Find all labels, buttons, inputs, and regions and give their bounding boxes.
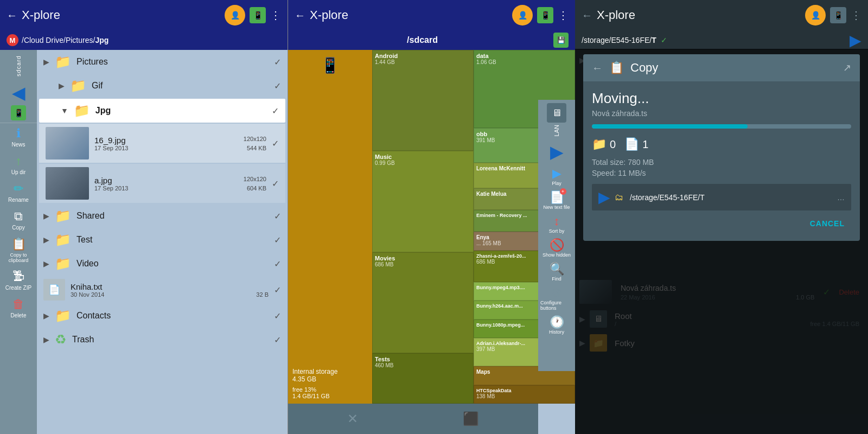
list-item[interactable]: ▶ 📁 Pictures ✓ — [37, 50, 288, 74]
cell-name: HTCSpeakData — [476, 388, 572, 393]
dest-path-text: /storage/E545-16FE/T — [630, 193, 833, 202]
updir-label: Up dir — [11, 169, 26, 175]
back-icon[interactable]: ← — [7, 9, 17, 22]
treemap-storage-label: Internal storage 4.35 GB — [292, 368, 368, 383]
list-item[interactable]: ▶ ♻ Trash ✓ — [37, 328, 288, 352]
treemap-cell-music[interactable]: Music 0.99 GB — [372, 151, 474, 252]
panel2-path-text: /sdcard — [295, 35, 550, 45]
expand-arrow-icon: ▶ — [43, 235, 49, 244]
play-icon: ▶ — [552, 167, 561, 181]
folder-icon: 📁 — [55, 54, 71, 69]
folder-count: 0 — [610, 138, 616, 151]
copy-stats-row: 📁 0 📄 1 — [592, 137, 851, 151]
panel2-main: 📱 Internal storage 4.35 GB free 13% 1.4 … — [288, 50, 575, 404]
lan-monitor-icon[interactable]: 🖥 — [547, 103, 566, 123]
check-icon: ✓ — [274, 235, 281, 245]
more-options-icon[interactable]: ⋮ — [558, 9, 569, 22]
sidebar-delete-btn[interactable]: 🗑 Delete — [0, 294, 37, 322]
file-name: Kniha.txt — [71, 282, 102, 291]
panel2-bottom-bar: ✕ ⬛ — [288, 404, 538, 434]
phone-icon: 📱 — [830, 7, 846, 23]
list-item[interactable]: 📄 Kniha.txt 30 Nov 2014 32 B ✓ — [37, 276, 288, 304]
back-icon[interactable]: ← — [295, 9, 305, 22]
sidebar-history-btn[interactable]: 🕐 History — [538, 313, 575, 337]
folder-name: Gif — [92, 81, 269, 91]
clipboard-icon: 📋 — [11, 237, 26, 251]
copy-destination: ▶ 🗂 /storage/E545-16FE/T … — [592, 184, 851, 210]
cell-name: Tests — [375, 356, 471, 362]
right-arrow-icon[interactable]: ▶ — [548, 139, 566, 164]
folder-icon: 📁 — [55, 256, 71, 271]
folder-icon: 📁 — [55, 232, 71, 247]
right-arrow-icon: ▶ — [850, 31, 861, 49]
sidebar-copy-clipboard-btn[interactable]: 📋 Copy to clipboard — [0, 234, 37, 266]
file-size: 604 KB — [247, 185, 266, 192]
copy-dialog-overlay: ← 📋 Copy ↗ Moving... Nová záhrada.ts 📁 0 — [575, 49, 868, 434]
file-date: 17 Sep 2013 — [94, 145, 128, 151]
sdcard-label: sdcard — [14, 53, 23, 79]
sidebar-sortby-btn[interactable]: ↕ Sort by — [538, 212, 575, 236]
copy-expand-icon[interactable]: ↗ — [843, 62, 851, 74]
copy-label: Copy — [12, 225, 24, 231]
list-item[interactable]: 16_9.jpg 120x120 17 Sep 2013 544 KB ✓ — [39, 124, 285, 163]
sidebar-rename-btn[interactable]: ✏ Rename — [0, 178, 37, 206]
sdcard-arrow-icon[interactable]: ◀ — [12, 82, 25, 103]
folder-count-stat: 📁 0 — [592, 137, 616, 151]
configure-icon: ⚙ — [551, 286, 562, 300]
new-text-icon: 📄+ — [550, 190, 564, 205]
sidebar-createzip-btn[interactable]: 🗜 Create ZIP — [0, 266, 37, 294]
list-item[interactable]: a.jpg 120x120 17 Sep 2013 604 KB ✓ — [39, 164, 285, 203]
close-icon[interactable]: ✕ — [347, 411, 358, 426]
treemap-internal-storage: 📱 Internal storage 4.35 GB free 13% 1.4 … — [288, 50, 372, 404]
panel2-bottom-icon[interactable]: ⬛ — [463, 411, 479, 426]
sidebar-newtext-btn[interactable]: 📄+ New text file — [538, 188, 575, 212]
sidebar-find-btn[interactable]: 🔍 Find — [538, 260, 575, 284]
panel3-title: X-plore — [597, 8, 801, 22]
sidebar-showhidden-btn[interactable]: 🚫 Show hidden — [538, 236, 575, 260]
phone-small-icon: 📱 — [11, 105, 26, 120]
file-size: 544 KB — [247, 145, 266, 151]
more-options-icon[interactable]: ⋮ — [851, 9, 861, 22]
list-item[interactable]: ▶ 📁 Test ✓ — [37, 228, 288, 252]
list-item[interactable]: ▶ 📁 Gif ✓ — [37, 74, 288, 98]
folder-name: Shared — [76, 211, 269, 221]
file-dimensions: 120x120 — [244, 176, 266, 185]
treemap-cell-movies[interactable]: Movies 686 MB — [372, 252, 474, 353]
list-item[interactable]: ▶ 📁 Contacts ✓ — [37, 304, 288, 328]
sidebar-copy-btn[interactable]: ⧉ Copy — [0, 206, 37, 234]
cancel-button[interactable]: CANCEL — [803, 215, 851, 232]
panel1-content: ▶ 📁 Pictures ✓ ▶ 📁 Gif ✓ ▼ 📁 Jpg ✓ 16_9.… — [37, 50, 288, 434]
treemap-cell-htc[interactable]: HTCSpeakData 138 MB — [474, 385, 575, 404]
more-options-icon[interactable]: ⋮ — [270, 9, 281, 22]
treemap[interactable]: 📱 Internal storage 4.35 GB free 13% 1.4 … — [288, 50, 575, 404]
panel1-header: ← X-plore 👤 📱 ⋮ — [0, 0, 288, 30]
list-item[interactable]: ▶ 📁 Video ✓ — [37, 252, 288, 276]
cell-size: 460 MB — [375, 362, 471, 368]
updir-icon: ↑ — [16, 154, 22, 168]
list-item[interactable]: ▼ 📁 Jpg ✓ — [39, 99, 285, 123]
sidebar-updir-btn[interactable]: ↑ Up dir — [0, 151, 37, 178]
panel3-path-bar: /storage/E545-16FE/ T ✓ ▶ — [575, 30, 868, 50]
sidebar-configure-btn[interactable]: ⚙ Configure buttons — [538, 284, 575, 313]
treemap-cell-android[interactable]: Android 1.44 GB — [372, 50, 474, 151]
show-hidden-icon: 🚫 — [550, 238, 564, 252]
folder-icon: ♻ — [55, 332, 67, 347]
panel-1: ← X-plore 👤 📱 ⋮ M /Cloud Drive/Pictures/… — [0, 0, 288, 434]
back-icon[interactable]: ← — [582, 9, 592, 22]
check-icon: ✓ — [272, 138, 279, 149]
sidebar-play-btn[interactable]: ▶ Play — [538, 164, 575, 188]
copy-clipboard-label: Copy to clipboard — [2, 252, 35, 263]
copy-back-icon[interactable]: ← — [592, 62, 603, 74]
sortby-label: Sort by — [549, 228, 565, 234]
treemap-cell-tests[interactable]: Tests 460 MB — [372, 353, 474, 404]
lan-label: LAN — [553, 125, 560, 136]
sidebar-news-btn[interactable]: ℹ News — [0, 123, 37, 151]
list-item[interactable]: ▶ 📁 Shared ✓ — [37, 204, 288, 228]
expand-arrow-icon: ▶ — [43, 58, 49, 66]
file-date: 17 Sep 2013 — [94, 185, 128, 192]
show-hidden-label: Show hidden — [542, 252, 571, 258]
panel-3: ← X-plore 👤 📱 ⋮ /storage/E545-16FE/ T ✓ … — [575, 0, 868, 434]
cell-size: 686 MB — [375, 261, 471, 267]
copy-document-icon: 📋 — [609, 61, 624, 75]
panel2-right-sidebar: 🖥 LAN ▶ ▶ Play 📄+ New text file ↕ Sort b… — [538, 100, 575, 371]
